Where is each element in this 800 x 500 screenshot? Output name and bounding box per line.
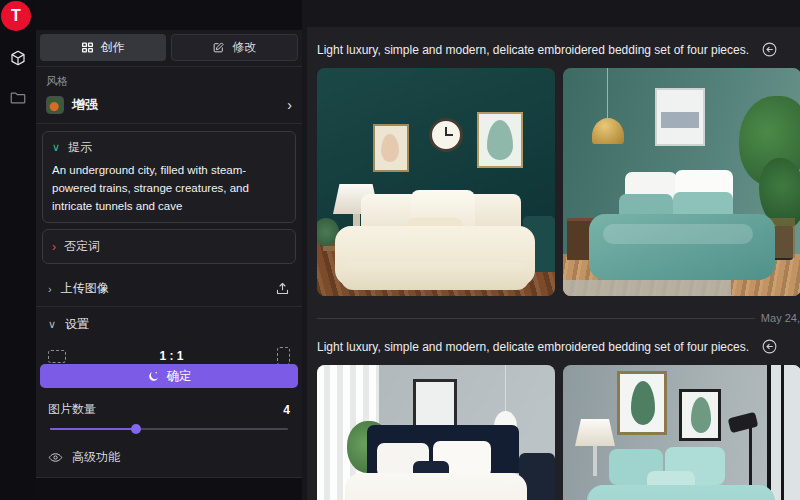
app-window: T 创作 修改 风格 xyxy=(0,0,800,500)
image-count-label: 图片数量 xyxy=(48,401,96,418)
reuse-prompt-icon[interactable] xyxy=(761,338,778,355)
divider-line xyxy=(317,318,755,319)
aspect-ratio-row: 1 : 1 xyxy=(48,347,290,365)
divider xyxy=(36,123,302,124)
generated-image-1[interactable] xyxy=(317,68,555,296)
cube-nav-icon[interactable] xyxy=(8,48,28,68)
grid-icon xyxy=(81,41,94,54)
folder-nav-icon[interactable] xyxy=(8,88,28,108)
style-selector[interactable]: 增强 › xyxy=(46,96,292,114)
tab-create-label: 创作 xyxy=(101,39,125,56)
pendant-cord xyxy=(607,68,608,122)
upload-image-row[interactable]: › 上传图像 xyxy=(36,271,302,306)
results-feed: Light luxury, simple and modern, delicat… xyxy=(307,27,800,500)
clock-hand xyxy=(446,134,453,136)
feed-prompt-2: Light luxury, simple and modern, delicat… xyxy=(317,340,749,354)
prompt-box[interactable]: ∨ 提示 An underground city, filled with st… xyxy=(42,131,296,223)
chevron-down-icon: ∨ xyxy=(48,318,56,331)
style-thumbnail xyxy=(46,96,64,114)
tab-create[interactable]: 创作 xyxy=(40,34,166,61)
tab-modify-label: 修改 xyxy=(232,39,256,56)
image-count-value: 4 xyxy=(283,403,290,417)
negative-box[interactable]: › 否定词 xyxy=(42,229,296,264)
date-label: May 24, xyxy=(761,312,800,324)
image-row-1 xyxy=(317,68,800,296)
upload-icon[interactable] xyxy=(275,281,290,296)
duvet xyxy=(345,473,527,500)
generated-image-3[interactable] xyxy=(317,365,555,500)
generated-image-4[interactable] xyxy=(563,365,800,500)
chevron-right-icon: › xyxy=(287,98,292,112)
table-lamp xyxy=(575,419,615,446)
feed-group-2-header: Light luxury, simple and modern, delicat… xyxy=(317,336,800,365)
generation-panel: 创作 修改 风格 增强 › ∨ 提示 xyxy=(36,0,302,500)
image-count-slider[interactable] xyxy=(50,424,288,434)
portrait-icon[interactable] xyxy=(277,347,290,365)
advanced-label: 高级功能 xyxy=(72,449,120,466)
moon-icon xyxy=(147,370,160,383)
leaf-art xyxy=(691,397,711,433)
mode-tabs: 创作 修改 xyxy=(36,30,302,66)
advanced-features-row[interactable]: 高级功能 xyxy=(36,438,302,477)
prompt-label: 提示 xyxy=(68,139,92,156)
count-slider-thumb[interactable] xyxy=(131,424,141,434)
upload-label: 上传图像 xyxy=(61,280,109,297)
panel-card: 创作 修改 风格 增强 › ∨ 提示 xyxy=(36,30,302,478)
style-label: 风格 xyxy=(46,74,292,89)
confirm-button[interactable]: 确定 xyxy=(40,364,298,388)
image-row-2 xyxy=(317,365,800,500)
window-frame xyxy=(781,365,784,500)
generated-image-2[interactable] xyxy=(563,68,800,296)
chevron-down-icon: ∨ xyxy=(52,141,60,154)
duvet-fold xyxy=(341,262,529,290)
divider xyxy=(36,477,302,478)
lamp-pole xyxy=(593,446,597,476)
pendant-cord xyxy=(505,365,506,415)
style-value: 增强 xyxy=(72,96,287,114)
image-count-row: 图片数量 4 xyxy=(48,401,290,418)
aspect-ratio-value: 1 : 1 xyxy=(66,349,277,363)
style-section: 风格 增强 › xyxy=(36,67,302,123)
reuse-prompt-icon[interactable] xyxy=(761,41,778,58)
landscape-icon[interactable] xyxy=(48,350,66,363)
nav-rail: T xyxy=(0,0,36,500)
tab-modify[interactable]: 修改 xyxy=(171,34,299,61)
duvet xyxy=(587,485,775,500)
date-divider: May 24, xyxy=(317,312,800,324)
frame-art xyxy=(661,112,699,128)
feather-art xyxy=(381,134,399,162)
settings-label: 设置 xyxy=(65,316,89,333)
negative-label: 否定词 xyxy=(64,238,100,255)
settings-header[interactable]: ∨ 设置 xyxy=(36,307,302,335)
eye-icon xyxy=(48,450,63,465)
negative-header[interactable]: › 否定词 xyxy=(52,238,286,255)
confirm-label: 确定 xyxy=(167,368,192,385)
chevron-right-icon: › xyxy=(48,283,52,295)
prompt-input[interactable]: An underground city, filled with steam-p… xyxy=(52,162,286,215)
prompt-header[interactable]: ∨ 提示 xyxy=(52,139,286,156)
brand-avatar[interactable]: T xyxy=(1,1,31,31)
duvet-sheen xyxy=(603,224,753,244)
feed-prompt-1: Light luxury, simple and modern, delicat… xyxy=(317,43,749,57)
rug xyxy=(563,280,731,296)
edit-icon xyxy=(212,41,225,54)
chevron-right-icon: › xyxy=(52,240,56,254)
feed-group-1-header: Light luxury, simple and modern, delicat… xyxy=(317,39,800,68)
